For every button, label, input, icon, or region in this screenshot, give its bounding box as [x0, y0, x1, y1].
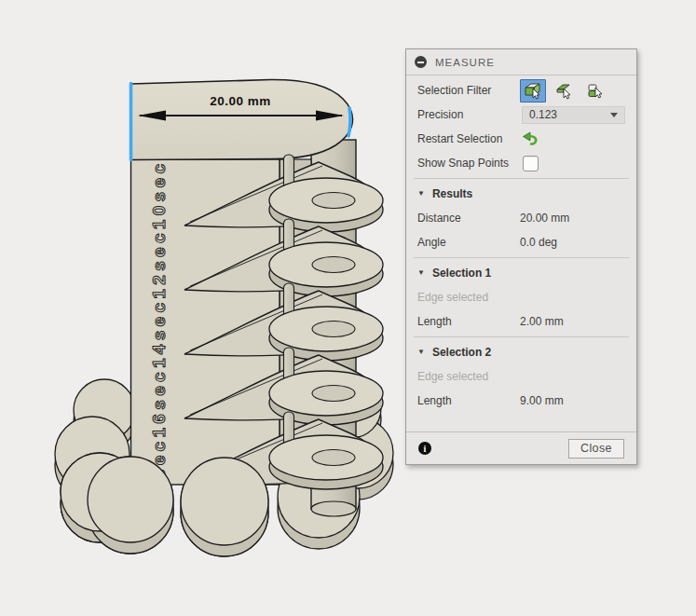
- precision-label: Precision: [417, 108, 520, 121]
- selected-edge-right[interactable]: [348, 108, 350, 136]
- length-value: 2.00 mm: [520, 315, 564, 328]
- section-title: Selection 1: [432, 267, 491, 280]
- select-face-filter-button[interactable]: [551, 79, 577, 103]
- selection-1-section: ▼ Selection 1 Edge selected Length 2.00 …: [406, 261, 636, 334]
- select-body-filter-button[interactable]: [520, 79, 546, 103]
- info-icon[interactable]: i: [418, 442, 431, 455]
- precision-dropdown[interactable]: 0.123: [522, 106, 625, 124]
- selection-2-section: ▼ Selection 2 Edge selected Length 9.00 …: [406, 340, 636, 413]
- fusion-canvas: 18sec16sec14sec12sec10sec 20.00 mm MEASU…: [0, 0, 696, 616]
- selection-filter-row: Selection Filter: [406, 78, 636, 103]
- triangle-collapse-icon: ▼: [417, 189, 425, 198]
- restart-selection-row: Restart Selection: [406, 127, 636, 151]
- triangle-collapse-icon: ▼: [417, 268, 425, 277]
- show-snap-points-row: Show Snap Points: [406, 151, 636, 175]
- precision-value: 0.123: [529, 108, 557, 121]
- length-row: Length 9.00 mm: [406, 389, 636, 413]
- measure-dialog: MEASURE Selection Filter: [405, 48, 637, 465]
- selection-1-section-header[interactable]: ▼ Selection 1: [406, 261, 636, 285]
- angle-value: 0.0 deg: [520, 236, 557, 249]
- length-label: Length: [417, 394, 520, 407]
- divider: [414, 257, 629, 258]
- model-3d-viewport[interactable]: 18sec16sec14sec12sec10sec 20.00 mm: [0, 0, 429, 616]
- collapse-panel-icon[interactable]: [415, 56, 427, 68]
- measure-dialog-header: MEASURE: [406, 49, 636, 75]
- precision-row: Precision 0.123: [406, 103, 636, 127]
- length-row: Length 2.00 mm: [406, 309, 636, 334]
- restart-selection-label: Restart Selection: [417, 132, 520, 145]
- distance-row: Distance 20.00 mm: [406, 206, 636, 230]
- distance-label: Distance: [417, 212, 520, 225]
- selection-filter-label: Selection Filter: [417, 84, 520, 97]
- angle-label: Angle: [417, 236, 520, 249]
- section-title: Selection 2: [432, 346, 491, 359]
- selection-2-note: Edge selected: [406, 364, 636, 389]
- divider: [414, 336, 629, 337]
- results-section: ▼ Results Distance 20.00 mm Angle 0.0 de…: [406, 182, 636, 254]
- angle-row: Angle 0.0 deg: [406, 230, 636, 254]
- select-component-filter-button[interactable]: [581, 79, 607, 103]
- length-label: Length: [417, 315, 520, 328]
- selection-1-note: Edge selected: [406, 285, 636, 309]
- dimension-label: 20.00 mm: [210, 94, 271, 108]
- restart-selection-button undo-icon[interactable]: [522, 131, 539, 146]
- divider: [414, 178, 629, 179]
- selection-2-section-header[interactable]: ▼ Selection 2: [406, 340, 636, 364]
- select-face-icon: [554, 82, 573, 100]
- show-snap-points-label: Show Snap Points: [417, 157, 520, 170]
- measure-dialog-footer: i Close: [406, 431, 636, 464]
- select-body-icon: [524, 82, 542, 100]
- panel-title: MEASURE: [435, 57, 495, 68]
- select-component-icon: [585, 82, 604, 100]
- close-button[interactable]: Close: [568, 439, 624, 459]
- chevron-down-icon: [610, 113, 618, 117]
- results-section-header[interactable]: ▼ Results: [406, 182, 636, 206]
- length-value: 9.00 mm: [520, 394, 564, 407]
- triangle-collapse-icon: ▼: [417, 348, 425, 356]
- distance-value: 20.00 mm: [520, 212, 569, 225]
- show-snap-points-checkbox[interactable]: [523, 156, 539, 171]
- section-title: Results: [432, 187, 472, 200]
- tower-speed-labels: 18sec16sec14sec12sec10sec: [149, 164, 169, 507]
